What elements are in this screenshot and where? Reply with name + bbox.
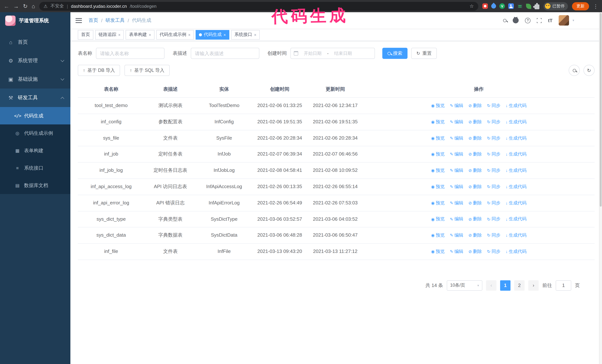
- generate-code-action[interactable]: ↓生成代码: [506, 135, 527, 142]
- delete-action[interactable]: ⊘删除: [468, 216, 482, 223]
- tab-home[interactable]: 首页: [78, 30, 93, 40]
- delete-action[interactable]: ⊘删除: [468, 183, 482, 190]
- preview-action[interactable]: ◉预览: [431, 248, 445, 255]
- import-db-button[interactable]: ↑ 基于 DB 导入: [78, 65, 120, 76]
- tab-system-api[interactable]: 系统接口 ×: [231, 30, 260, 40]
- sidebar-subitem-codegen[interactable]: </> 代码生成: [0, 107, 70, 125]
- preview-action[interactable]: ◉预览: [431, 118, 445, 125]
- edit-action[interactable]: ✎编辑: [450, 232, 463, 239]
- table-desc-input[interactable]: [191, 48, 259, 59]
- page-button-1[interactable]: 1: [500, 280, 510, 291]
- font-size-icon[interactable]: tT: [548, 18, 553, 23]
- sync-action[interactable]: ↻同步: [487, 216, 500, 223]
- delete-action[interactable]: ⊘删除: [468, 248, 482, 255]
- search-button[interactable]: 搜索: [382, 48, 408, 59]
- close-icon[interactable]: ×: [254, 32, 257, 37]
- sidebar-item-home[interactable]: ⌂ 首页: [0, 33, 70, 52]
- breadcrumb-home[interactable]: 首页: [88, 17, 98, 24]
- end-date-input[interactable]: [331, 51, 355, 56]
- sync-action[interactable]: ↻同步: [487, 167, 500, 174]
- scrollbar[interactable]: [599, 12, 602, 364]
- avatar[interactable]: [559, 15, 569, 26]
- breadcrumb-dev-tools[interactable]: 研发工具: [105, 17, 125, 24]
- home-icon[interactable]: ⌂: [32, 3, 35, 9]
- address-bar[interactable]: ⚠ 不安全 | dashboard.yudao.iocoder.cn/tool/…: [39, 2, 478, 10]
- sync-action[interactable]: ↻同步: [487, 248, 500, 255]
- start-date-input[interactable]: [301, 51, 325, 56]
- forward-icon[interactable]: →: [13, 3, 19, 9]
- generate-code-action[interactable]: ↓生成代码: [506, 232, 527, 239]
- sidebar-item-system-management[interactable]: ⚙ 系统管理: [0, 52, 70, 70]
- close-icon[interactable]: ×: [224, 32, 226, 37]
- extension-red-icon[interactable]: [482, 3, 488, 9]
- refresh-table-button[interactable]: ↻: [583, 65, 595, 76]
- delete-action[interactable]: ⊘删除: [468, 102, 482, 109]
- help-icon[interactable]: [525, 18, 530, 23]
- search-icon[interactable]: [503, 19, 506, 22]
- extension-people-icon[interactable]: [508, 3, 514, 9]
- github-icon[interactable]: [513, 17, 519, 23]
- date-range-picker[interactable]: -: [290, 48, 375, 59]
- preview-action[interactable]: ◉预览: [431, 102, 445, 109]
- sidebar-subitem-system-api[interactable]: ≡ 系统接口: [0, 159, 70, 177]
- fullscreen-icon[interactable]: [537, 18, 542, 23]
- sync-action[interactable]: ↻同步: [487, 151, 500, 158]
- preview-action[interactable]: ◉预览: [431, 151, 445, 158]
- reload-icon[interactable]: ↻: [23, 3, 28, 9]
- sidebar-subitem-codegen-example[interactable]: ◎ 代码生成示例: [0, 125, 70, 142]
- sidebar-subitem-form-builder[interactable]: ▦ 表单构建: [0, 142, 70, 159]
- extension-green-v-icon[interactable]: [499, 3, 505, 9]
- edit-action[interactable]: ✎编辑: [450, 248, 463, 255]
- delete-action[interactable]: ⊘删除: [468, 151, 482, 158]
- generate-code-action[interactable]: ↓生成代码: [506, 167, 527, 174]
- sync-action[interactable]: ↻同步: [487, 102, 500, 109]
- sidebar-item-infrastructure[interactable]: ▣ 基础设施: [0, 70, 70, 89]
- hamburger-icon[interactable]: [75, 18, 82, 23]
- extension-drop-icon[interactable]: [490, 3, 497, 10]
- page-size-select[interactable]: 10条/页 ▾: [447, 280, 482, 291]
- goto-page-input[interactable]: [556, 280, 571, 291]
- generate-code-action[interactable]: ↓生成代码: [506, 248, 527, 255]
- browser-update-button[interactable]: 更新: [572, 2, 589, 10]
- generate-code-action[interactable]: ↓生成代码: [506, 118, 527, 125]
- close-icon[interactable]: ×: [118, 32, 121, 37]
- tab-codegen[interactable]: 代码生成 ×: [196, 30, 229, 40]
- import-sql-button[interactable]: ↑ 基于 SQL 导入: [125, 65, 170, 76]
- edit-action[interactable]: ✎编辑: [450, 199, 463, 207]
- sync-action[interactable]: ↻同步: [487, 199, 500, 207]
- toggle-search-button[interactable]: [569, 65, 580, 76]
- table-name-input[interactable]: [96, 48, 164, 59]
- generate-code-action[interactable]: ↓生成代码: [506, 183, 527, 190]
- preview-action[interactable]: ◉预览: [431, 216, 445, 223]
- generate-code-action[interactable]: ↓生成代码: [506, 151, 527, 158]
- edit-action[interactable]: ✎编辑: [450, 183, 463, 190]
- profile-chip[interactable]: 已暂停: [543, 2, 568, 10]
- delete-action[interactable]: ⊘删除: [468, 199, 482, 207]
- edit-action[interactable]: ✎编辑: [450, 167, 463, 174]
- preview-action[interactable]: ◉预览: [431, 167, 445, 174]
- close-icon[interactable]: ×: [149, 32, 151, 37]
- delete-action[interactable]: ⊘删除: [468, 135, 482, 142]
- tab-trace[interactable]: 链路追踪 ×: [95, 30, 124, 40]
- tab-form-builder[interactable]: 表单构建 ×: [126, 30, 154, 40]
- sync-action[interactable]: ↻同步: [487, 118, 500, 125]
- sidebar-subitem-db-doc[interactable]: ▤ 数据库文档: [0, 177, 70, 194]
- sync-action[interactable]: ↻同步: [487, 135, 500, 142]
- preview-action[interactable]: ◉预览: [431, 183, 445, 190]
- extension-screen-icon[interactable]: [517, 4, 523, 9]
- back-icon[interactable]: ←: [4, 3, 9, 9]
- edit-action[interactable]: ✎编辑: [450, 102, 463, 109]
- delete-action[interactable]: ⊘删除: [468, 232, 482, 239]
- edit-action[interactable]: ✎编辑: [450, 135, 463, 142]
- delete-action[interactable]: ⊘删除: [468, 118, 482, 125]
- scrollbar-thumb[interactable]: [600, 13, 602, 207]
- edit-action[interactable]: ✎编辑: [450, 216, 463, 223]
- page-button-2[interactable]: 2: [514, 280, 525, 291]
- reset-button[interactable]: ↻ 重置: [411, 48, 437, 59]
- sync-action[interactable]: ↻同步: [487, 183, 500, 190]
- edit-action[interactable]: ✎编辑: [450, 151, 463, 158]
- next-page-button[interactable]: ›: [528, 280, 539, 291]
- generate-code-action[interactable]: ↓生成代码: [506, 216, 527, 223]
- extensions-puzzle-icon[interactable]: [535, 4, 539, 9]
- caret-down-icon[interactable]: ▾: [572, 19, 574, 22]
